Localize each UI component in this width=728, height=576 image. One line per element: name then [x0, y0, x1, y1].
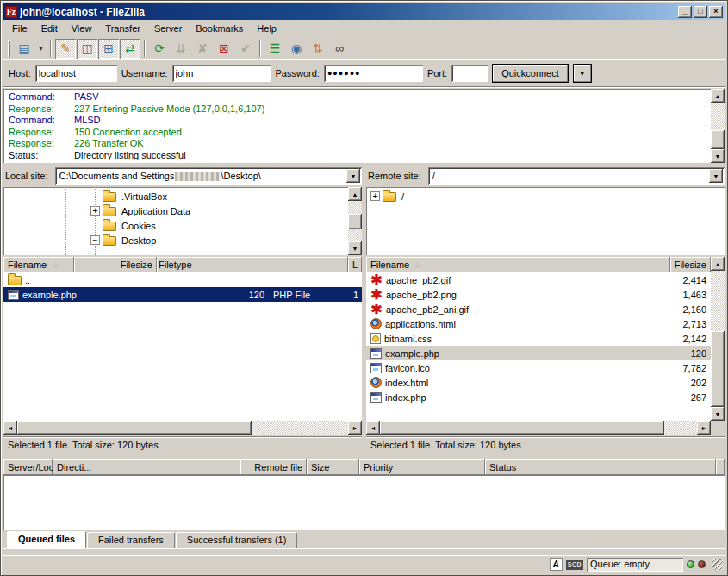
column-header[interactable]: Filename — [3, 257, 74, 272]
scrollbar-thumb[interactable] — [711, 331, 725, 407]
remote-horizontal-scrollbar[interactable] — [366, 421, 711, 435]
menu-item[interactable]: Help — [250, 21, 283, 36]
remote-vertical-scrollbar[interactable] — [711, 257, 725, 421]
file-row[interactable]: applications.html 2,713 — [366, 316, 711, 331]
scroll-left-icon[interactable] — [3, 421, 17, 435]
tree-expander-icon[interactable] — [370, 191, 380, 201]
queue-column-header[interactable]: Directi... — [53, 459, 240, 475]
file-row[interactable]: apache_pb2.png 1,463 — [366, 287, 711, 302]
file-row[interactable]: apache_pb2_ani.gif 2,160 — [366, 302, 711, 316]
scrollbar-thumb[interactable] — [348, 214, 362, 229]
tree-expander-icon[interactable] — [90, 206, 100, 216]
toolbar-button[interactable]: ▤ — [14, 39, 34, 59]
window-control-button[interactable]: □ — [694, 6, 707, 18]
menu-item[interactable]: File — [5, 21, 34, 36]
menu-item[interactable]: Server — [147, 21, 189, 36]
local-horizontal-scrollbar[interactable] — [3, 421, 362, 435]
column-header[interactable]: Filesize — [670, 257, 711, 272]
file-row[interactable]: favicon.ico 7,782 — [366, 360, 711, 375]
file-row[interactable]: example.php 120 — [366, 346, 711, 360]
toolbar-toggle-button[interactable]: ⇄ — [120, 39, 140, 59]
chevron-down-icon[interactable]: ▼ — [346, 169, 360, 183]
scroll-right-icon[interactable] — [348, 421, 362, 435]
remote-directory-tree[interactable]: / — [366, 187, 725, 255]
local-site-combo[interactable]: C:\Documents and Settings\Desktop\ ▼ — [55, 167, 362, 185]
window-control-button[interactable]: _ — [678, 6, 692, 18]
file-row[interactable]: apache_pb2.gif 2,414 — [366, 272, 711, 287]
scroll-down-icon[interactable] — [348, 241, 362, 255]
menu-item[interactable]: Edit — [34, 21, 65, 36]
scroll-up-icon[interactable] — [711, 257, 725, 271]
column-header[interactable]: Filesize — [74, 257, 157, 272]
tree-item[interactable]: Desktop — [3, 233, 348, 247]
toolbar-toggle-button[interactable]: ◫ — [77, 39, 97, 59]
tree-expander-icon[interactable] — [90, 235, 100, 245]
local-directory-tree[interactable]: .VirtualBox Application Data — [3, 187, 362, 255]
statusbar-gap — [3, 549, 725, 555]
column-header[interactable]: Filetype — [157, 257, 348, 272]
window-control-button[interactable]: × — [709, 6, 723, 18]
queue-list[interactable] — [3, 475, 725, 530]
file-row[interactable]: .. — [3, 272, 362, 287]
file-row[interactable]: index.html 202 — [366, 375, 711, 390]
toolbar-grip[interactable] — [8, 40, 10, 57]
toolbar-button[interactable]: ⟳ — [149, 39, 170, 59]
toolbar-button[interactable]: ∞ — [329, 39, 350, 59]
chevron-down-icon[interactable]: ▼ — [709, 169, 723, 183]
toolbar-button[interactable]: ✔ — [235, 39, 256, 59]
scrollbar-thumb[interactable] — [17, 421, 252, 435]
queue-column-header[interactable] — [716, 459, 725, 475]
tree-item[interactable]: .VirtualBox — [3, 189, 348, 203]
column-header[interactable]: L — [348, 257, 362, 272]
port-input[interactable] — [451, 65, 488, 82]
toolbar-button[interactable]: ✘ — [192, 39, 213, 59]
toolbar-button[interactable]: ⇅ — [308, 39, 328, 59]
remote-site-combo[interactable]: / ▼ — [428, 167, 725, 185]
speed-limits-icon[interactable]: SCD — [566, 560, 583, 570]
tree-item[interactable]: Application Data — [3, 203, 348, 218]
tree-item[interactable]: Cookies — [3, 218, 348, 233]
queue-column-header[interactable]: Remote file — [240, 459, 307, 475]
toolbar-toggle-button[interactable]: ⊞ — [98, 39, 119, 59]
log-scrollbar[interactable] — [711, 89, 725, 163]
quickconnect-button[interactable]: Quickconnect — [492, 64, 569, 83]
file-row[interactable]: example.php 120 PHP File 1 — [3, 287, 362, 302]
quickconnect-dropdown[interactable]: ▼ — [573, 64, 592, 83]
scroll-left-icon[interactable] — [366, 421, 380, 435]
menu-item[interactable]: Bookmarks — [189, 21, 250, 36]
queue-tab[interactable]: Failed transfers — [87, 532, 175, 548]
transfer-type-icon[interactable]: A — [550, 558, 563, 571]
scroll-up-icon[interactable] — [711, 89, 725, 103]
tree-item[interactable]: / — [366, 189, 725, 203]
column-header[interactable]: Filename — [366, 257, 670, 272]
username-input[interactable] — [172, 65, 271, 82]
toolbar-toggle-button[interactable]: ✎ — [55, 39, 76, 59]
scroll-up-icon[interactable] — [348, 187, 362, 201]
title-bar[interactable]: Fz john@localhost - FileZilla _ □ × — [3, 3, 725, 20]
menu-item[interactable]: View — [65, 21, 99, 36]
scroll-down-icon[interactable] — [711, 407, 725, 421]
queue-tab[interactable]: Successful transfers (1) — [176, 532, 298, 548]
queue-column-header[interactable]: Priority — [359, 459, 485, 475]
host-input[interactable] — [35, 65, 117, 82]
toolbar-button[interactable]: ⇊ — [171, 39, 191, 59]
queue-column-header[interactable]: Status — [485, 459, 716, 475]
scroll-right-icon[interactable] — [697, 421, 711, 435]
menu-item[interactable]: Transfer — [98, 21, 147, 36]
file-row[interactable]: bitnami.css 2,142 — [366, 331, 711, 346]
resize-grip-icon[interactable] — [712, 559, 723, 570]
file-row[interactable]: index.php 267 — [366, 390, 711, 404]
scroll-down-icon[interactable] — [711, 149, 725, 163]
local-tree-scrollbar[interactable] — [348, 187, 362, 255]
toolbar-button[interactable]: ☰ — [264, 39, 285, 59]
file-size: 2,414 — [614, 272, 711, 287]
queue-column-header[interactable]: Server/Local file — [3, 459, 53, 475]
queue-tab[interactable]: Queued files — [7, 531, 86, 548]
toolbar-button[interactable]: ▼ — [35, 39, 47, 59]
queue-column-header[interactable]: Size — [307, 459, 359, 475]
scrollbar-thumb[interactable] — [380, 421, 664, 435]
scrollbar-thumb[interactable] — [711, 130, 725, 149]
toolbar-button[interactable]: ⊠ — [214, 39, 234, 59]
toolbar-button[interactable]: ◉ — [286, 39, 307, 59]
password-input[interactable] — [324, 65, 423, 82]
